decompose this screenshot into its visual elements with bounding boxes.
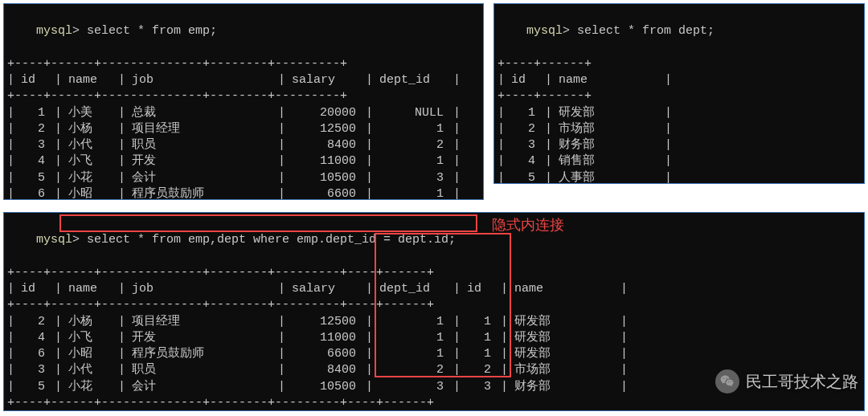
table-cell: id xyxy=(505,72,545,88)
table-cell: 2 xyxy=(373,137,453,153)
table-border-top: +----+------+--------------+--------+---… xyxy=(7,56,483,72)
table-cell: 2 xyxy=(505,121,545,137)
table-row: |2|小杨|项目经理|12500|1|1|研发部| xyxy=(7,314,864,330)
table-cell: 12500 xyxy=(285,314,366,330)
table-cell: 小杨 xyxy=(62,121,118,137)
table-cell: job xyxy=(125,281,278,297)
terminal-emp: mysql> select * from emp; +----+------+-… xyxy=(3,3,484,200)
table-cell: NULL xyxy=(373,105,453,121)
table-cell: 3 xyxy=(461,379,501,395)
table-cell: 会计 xyxy=(125,170,278,186)
table-cell: 职员 xyxy=(125,362,278,378)
table-row: |1|小美|总裁|20000|NULL| xyxy=(7,105,483,121)
table-cell: 市场部 xyxy=(508,362,620,378)
table-cell: 5 xyxy=(505,170,545,185)
table-cell: 2 xyxy=(14,314,55,330)
table-cell: 3 xyxy=(14,362,55,378)
table-border-bottom: +----+------+--------------+--------+---… xyxy=(7,395,864,411)
table-row: |4|销售部| xyxy=(497,153,864,169)
sql-query: select * from emp; xyxy=(87,24,217,38)
table-cell: 10500 xyxy=(285,170,366,186)
table-cell: dept_id xyxy=(373,281,453,297)
table-cell: dept_id xyxy=(373,72,453,88)
table-cell: 6 xyxy=(14,346,55,362)
table-cell: 项目经理 xyxy=(125,121,278,137)
table-cell: 小飞 xyxy=(62,153,118,169)
table-cell: 1 xyxy=(373,153,453,169)
table-border-top: +----+------+--------------+--------+---… xyxy=(7,265,864,281)
wechat-icon xyxy=(715,369,739,394)
table-cell: 6600 xyxy=(285,346,366,362)
table-row: |2|小杨|项目经理|12500|1| xyxy=(7,121,483,137)
table-cell: 4 xyxy=(14,153,55,169)
table-row: |3|小代|职员|8400|2| xyxy=(7,137,483,153)
table-row: |4|小飞|开发|11000|1| xyxy=(7,153,483,169)
table-cell: 项目经理 xyxy=(125,314,278,330)
table-cell: 研发部 xyxy=(508,346,620,362)
table-cell: salary xyxy=(285,72,366,88)
table-cell: 6 xyxy=(14,186,55,200)
table-cell: 人事部 xyxy=(552,170,665,185)
table-cell: 3 xyxy=(14,137,55,153)
table-cell: 2 xyxy=(461,362,501,378)
table-cell: 小杨 xyxy=(62,314,118,330)
table-cell: 小代 xyxy=(62,137,118,153)
table-cell: 程序员鼓励师 xyxy=(125,186,278,200)
table-cell: 总裁 xyxy=(125,105,278,121)
table-cell: name xyxy=(62,72,118,88)
table-cell: salary xyxy=(285,281,366,297)
table-cell: 小花 xyxy=(62,170,118,186)
table-row: |5|小花|会计|10500|3| xyxy=(7,170,483,186)
table-cell: id xyxy=(14,281,55,297)
table-cell: 10500 xyxy=(285,379,366,395)
mysql-prompt: mysql> xyxy=(526,24,577,38)
table-cell: 小代 xyxy=(62,362,118,378)
table-cell: 1 xyxy=(373,346,453,362)
table-row: |1|研发部| xyxy=(497,105,864,121)
attribution-text: 民工哥技术之路 xyxy=(746,371,858,393)
table-cell: 1 xyxy=(373,330,453,346)
table-cell: 小昭 xyxy=(62,346,118,362)
table-cell: 12500 xyxy=(285,121,366,137)
table-cell: 3 xyxy=(505,137,545,153)
table-body: |1|研发部||2|市场部||3|财务部||4|销售部||5|人事部| xyxy=(497,105,864,185)
prompt-line: mysql> select * from dept; xyxy=(497,7,864,56)
table-cell: name xyxy=(552,72,665,88)
table-row: |4|小飞|开发|11000|1|1|研发部| xyxy=(7,330,864,346)
table-cell: 研发部 xyxy=(552,105,665,121)
table-cell: 1 xyxy=(373,121,453,137)
table-cell: 3 xyxy=(373,170,453,186)
table-cell: 市场部 xyxy=(552,121,665,137)
table-cell: name xyxy=(62,281,118,297)
table-border-mid: +----+------+--------------+--------+---… xyxy=(7,88,483,104)
table-cell: 1 xyxy=(461,346,501,362)
table-cell: 8400 xyxy=(285,362,366,378)
sql-query: select * from emp,dept where emp.dept_id… xyxy=(87,233,456,247)
table-cell: 开发 xyxy=(125,330,278,346)
table-cell: 1 xyxy=(373,186,453,200)
table-cell: 职员 xyxy=(125,137,278,153)
attribution: 民工哥技术之路 xyxy=(715,369,858,394)
sql-query: select * from dept; xyxy=(577,24,714,38)
table-cell: 11000 xyxy=(285,153,366,169)
table-row: |6|小昭|程序员鼓励师|6600|1|1|研发部| xyxy=(7,346,864,362)
table-border-top: +----+------+ xyxy=(497,56,864,72)
table-cell: 财务部 xyxy=(552,137,665,153)
table-cell: job xyxy=(125,72,278,88)
table-border-mid: +----+------+ xyxy=(497,88,864,104)
table-header-row: |id|name|job|salary|dept_id| xyxy=(7,72,483,88)
table-cell: 1 xyxy=(505,105,545,121)
table-row: |5|人事部| xyxy=(497,170,864,185)
table-cell: 小飞 xyxy=(62,330,118,346)
table-cell: 11000 xyxy=(285,330,366,346)
prompt-line: mysql> select * from emp; xyxy=(7,7,483,56)
table-cell: 开发 xyxy=(125,153,278,169)
table-cell: 2 xyxy=(14,121,55,137)
table-cell: 8400 xyxy=(285,137,366,153)
table-border-mid: +----+------+--------------+--------+---… xyxy=(7,297,864,313)
table-cell: 1 xyxy=(461,330,501,346)
table-cell: 5 xyxy=(14,379,55,395)
table-cell: 4 xyxy=(505,153,545,169)
terminal-dept: mysql> select * from dept; +----+------+… xyxy=(493,3,865,184)
table-cell: 6600 xyxy=(285,186,366,200)
